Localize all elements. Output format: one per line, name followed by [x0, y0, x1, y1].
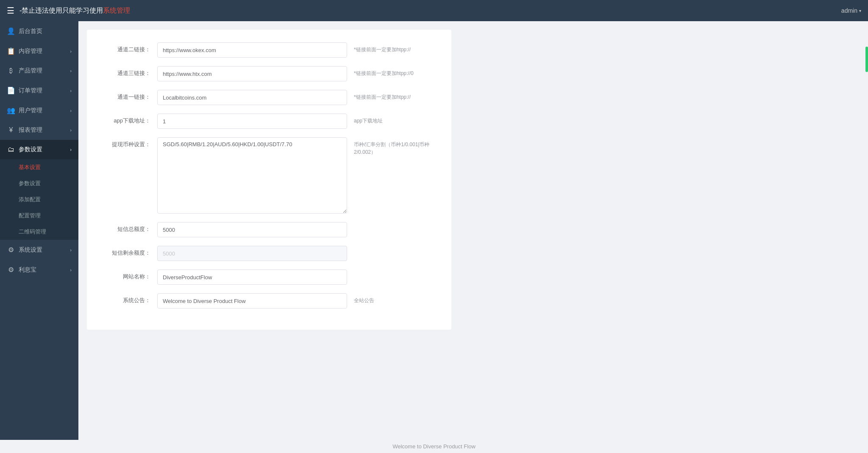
input-channel3[interactable]	[157, 66, 347, 81]
title-colored: 系统管理	[103, 7, 130, 14]
params-icon: 🗂	[7, 146, 15, 153]
submenu-params[interactable]: 参数设置	[0, 175, 78, 192]
sidebar: 👤 后台首页 📋 内容管理 › ₿ 产品管理 › 📄 订单管理 › 👥 用户管理…	[0, 21, 78, 453]
sidebar-item-user[interactable]: 👥 用户管理 ›	[0, 100, 78, 120]
field-channel3: 通道三链接： *链接前面一定要加htpp://0	[100, 66, 439, 81]
label-channel1: 通道一链接：	[100, 90, 150, 101]
hint-sms-total	[354, 222, 439, 225]
label-channel3: 通道三链接：	[100, 66, 150, 77]
hint-site-name	[354, 270, 439, 273]
content-icon: 📋	[7, 47, 15, 55]
field-appdownload: app下载地址： app下载地址	[100, 114, 439, 129]
field-sms-total: 短信总额度：	[100, 222, 439, 237]
sidebar-item-system[interactable]: ⚙ 系统设置 ›	[0, 240, 78, 260]
input-wrap-sms-total	[157, 222, 347, 237]
input-site-name[interactable]	[157, 270, 347, 285]
layout: 👤 后台首页 📋 内容管理 › ₿ 产品管理 › 📄 订单管理 › 👥 用户管理…	[0, 21, 868, 453]
input-wrap-site-name	[157, 270, 347, 285]
input-sms-total[interactable]	[157, 222, 347, 237]
input-sms-remain	[157, 246, 347, 261]
sidebar-item-order[interactable]: 📄 订单管理 ›	[0, 81, 78, 100]
footer-text: Welcome to Diverse Product Flow	[392, 443, 476, 450]
submenu-qrcode[interactable]: 二维码管理	[0, 224, 78, 240]
submenu-basic[interactable]: 基本设置	[0, 159, 78, 175]
hint-channel1: *链接前面一定要加htpp://	[354, 90, 439, 101]
main-content: 通道二链接： *链接前面一定要加htpp:// 通道三链接： *链接前面一定要加…	[78, 21, 868, 453]
chevron-down-icon: ▾	[859, 8, 861, 13]
sidebar-item-label: 后台首页	[19, 28, 42, 35]
chevron-right-icon: ›	[70, 247, 72, 253]
chevron-right-icon: ›	[70, 108, 72, 113]
label-sms-remain: 短信剩余额度：	[100, 246, 150, 257]
sidebar-item-content[interactable]: 📋 内容管理 ›	[0, 41, 78, 61]
input-wrap-currency: SGD/5.60|RMB/1.20|AUD/5.60|HKD/1.00|USDT…	[157, 137, 347, 214]
system-icon: ⚙	[7, 246, 15, 254]
input-wrap-sms-remain	[157, 246, 347, 261]
chevron-right-icon: ›	[70, 68, 72, 73]
footer: Welcome to Diverse Product Flow	[0, 440, 868, 453]
params-submenu: 基本设置 参数设置 添加配置 配置管理 二维码管理	[0, 159, 78, 240]
submenu-addconfig[interactable]: 添加配置	[0, 192, 78, 208]
input-announcement[interactable]	[157, 293, 347, 308]
sidebar-item-label: 系统设置	[19, 246, 42, 254]
sidebar-item-label: 利息宝	[19, 266, 36, 274]
user-icon: 👥	[7, 106, 15, 114]
input-appdownload[interactable]	[157, 114, 347, 129]
label-currency: 提现币种设置：	[100, 137, 150, 148]
input-channel1[interactable]	[157, 90, 347, 105]
input-wrap-channel1	[157, 90, 347, 105]
field-announcement: 系统公告： 全站公告	[100, 293, 439, 308]
report-icon: ¥	[7, 126, 15, 134]
label-site-name: 网站名称：	[100, 270, 150, 281]
username: admin	[841, 7, 857, 14]
form-card: 通道二链接： *链接前面一定要加htpp:// 通道三链接： *链接前面一定要加…	[87, 30, 451, 330]
hint-appdownload: app下载地址	[354, 114, 439, 125]
input-wrap-channel3	[157, 66, 347, 81]
sidebar-item-interest[interactable]: ⚙ 利息宝 ›	[0, 260, 78, 280]
field-channel2: 通道二链接： *链接前面一定要加htpp://	[100, 42, 439, 58]
sidebar-item-report[interactable]: ¥ 报表管理 ›	[0, 120, 78, 140]
topbar-title: -禁止违法使用只能学习使用系统管理	[19, 6, 130, 15]
sidebar-item-label: 报表管理	[19, 126, 42, 134]
sidebar-item-label: 内容管理	[19, 47, 42, 55]
sidebar-item-product[interactable]: ₿ 产品管理 ›	[0, 61, 78, 81]
sidebar-item-dashboard[interactable]: 👤 后台首页	[0, 21, 78, 41]
label-announcement: 系统公告：	[100, 293, 150, 304]
sidebar-item-params[interactable]: 🗂 参数设置 ›	[0, 140, 78, 159]
topbar-left: ☰ -禁止违法使用只能学习使用系统管理	[7, 6, 130, 16]
hint-announcement: 全站公告	[354, 293, 439, 304]
topbar: ☰ -禁止违法使用只能学习使用系统管理 admin ▾	[0, 0, 868, 21]
hint-sms-remain	[354, 246, 439, 249]
sidebar-item-label: 参数设置	[19, 146, 42, 153]
field-currency: 提现币种设置： SGD/5.60|RMB/1.20|AUD/5.60|HKD/1…	[100, 137, 439, 214]
field-site-name: 网站名称：	[100, 270, 439, 285]
sidebar-item-label: 订单管理	[19, 87, 42, 94]
product-icon: ₿	[7, 67, 15, 75]
hint-channel2: *链接前面一定要加htpp://	[354, 42, 439, 53]
label-sms-total: 短信总额度：	[100, 222, 150, 233]
hint-channel3: *链接前面一定要加htpp://0	[354, 66, 439, 77]
chevron-right-icon: ›	[70, 267, 72, 272]
interest-icon: ⚙	[7, 266, 15, 274]
input-wrap-announcement	[157, 293, 347, 308]
order-icon: 📄	[7, 86, 15, 94]
field-channel1: 通道一链接： *链接前面一定要加htpp://	[100, 90, 439, 105]
chevron-right-icon: ›	[70, 128, 72, 133]
sidebar-item-label: 产品管理	[19, 67, 42, 75]
chevron-right-icon: ›	[70, 88, 72, 93]
scroll-indicator	[865, 47, 868, 72]
label-appdownload: app下载地址：	[100, 114, 150, 125]
dashboard-icon: 👤	[7, 27, 15, 35]
input-wrap-appdownload	[157, 114, 347, 129]
title-prefix: -禁止违法使用只能学习使用	[19, 7, 103, 14]
chevron-down-icon: ›	[70, 147, 72, 152]
input-wrap-channel2	[157, 42, 347, 58]
textarea-currency[interactable]: SGD/5.60|RMB/1.20|AUD/5.60|HKD/1.00|USDT…	[157, 137, 347, 214]
sidebar-item-label: 用户管理	[19, 107, 42, 114]
hamburger-icon[interactable]: ☰	[7, 6, 14, 16]
hint-currency: 币种/汇率分割（币种1/0.001|币种2/0.002）	[354, 137, 439, 156]
label-channel2: 通道二链接：	[100, 42, 150, 53]
submenu-configmgr[interactable]: 配置管理	[0, 208, 78, 224]
input-channel2[interactable]	[157, 42, 347, 58]
user-menu[interactable]: admin ▾	[841, 7, 861, 14]
